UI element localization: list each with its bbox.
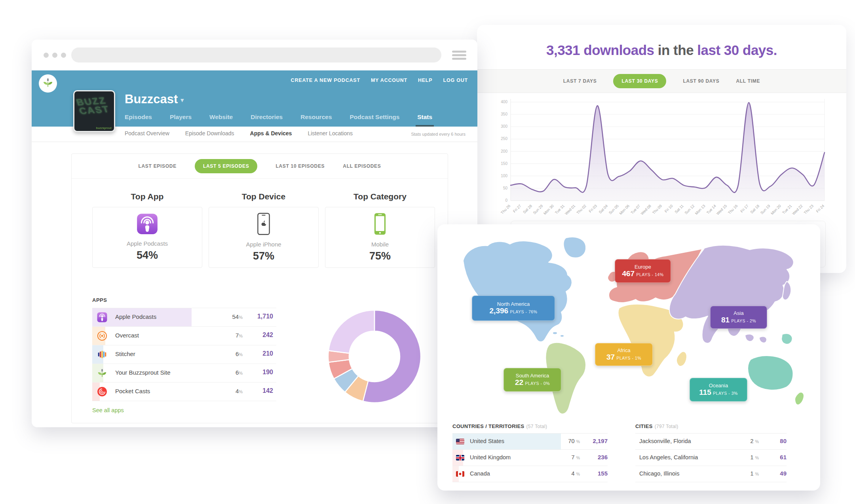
region-badge-europe: Europe467 PLAYS - 14%: [615, 259, 671, 283]
top-stats: Top App Apple Podcasts54%Top Device Appl…: [92, 192, 435, 268]
tab-stats[interactable]: Stats: [417, 114, 432, 127]
geo-row-chicago-illinois: Chicago, Illinois1 %49: [635, 466, 787, 482]
svg-text:Thu 02: Thu 02: [576, 204, 587, 215]
svg-text:Wed 08: Wed 08: [640, 204, 652, 216]
apple-podcasts-icon: [137, 213, 158, 236]
subtab-apps-devices[interactable]: Apps & Devices: [250, 130, 292, 136]
main-tabs: EpisodesPlayersWebsiteDirectoriesResourc…: [125, 114, 432, 127]
iphone-icon: [257, 212, 270, 237]
region-stat: 37 PLAYS - 1%: [606, 353, 641, 362]
tab-resources[interactable]: Resources: [300, 114, 332, 127]
downloads-filter-last-30-days[interactable]: LAST 30 DAYS: [613, 74, 666, 88]
account-nav-my-account[interactable]: MY ACCOUNT: [371, 78, 407, 83]
episode-filter-last-10-episodes[interactable]: LAST 10 EPISODES: [276, 163, 325, 169]
window-dot: [52, 53, 57, 58]
top-stat-card: Apple Podcasts54%: [92, 207, 202, 268]
app-row-pocket-casts: Pocket Casts4%142: [92, 383, 276, 401]
caribbean-islands: [560, 335, 564, 337]
uk-flag-icon: [456, 455, 464, 460]
buzzsprout-logo-icon[interactable]: [39, 74, 57, 93]
svg-text:Tue 14: Tue 14: [706, 204, 717, 215]
tab-website[interactable]: Website: [209, 114, 233, 127]
account-nav: CREATE A NEW PODCASTMY ACCOUNTHELPLOG OU…: [291, 78, 468, 83]
tab-episodes[interactable]: Episodes: [125, 114, 152, 127]
region-name: Europe: [635, 264, 651, 270]
window-dot: [61, 53, 66, 58]
app-percent: 7%: [215, 332, 243, 339]
region-badge-africa: Africa37 PLAYS - 1%: [595, 343, 653, 366]
tab-directories[interactable]: Directories: [251, 114, 283, 127]
tab-podcast-settings[interactable]: Podcast Settings: [350, 114, 400, 127]
downloads-filter-last-7-days[interactable]: LAST 7 DAYS: [563, 78, 597, 84]
svg-text:Wed 15: Wed 15: [715, 204, 728, 216]
region-name: Asia: [733, 310, 743, 316]
svg-text:Tue 31: Tue 31: [554, 204, 565, 215]
island-new-zealand: [795, 392, 804, 405]
account-nav-create-a-new-podcast[interactable]: CREATE A NEW PODCAST: [291, 78, 360, 83]
geo-name: Jacksonville, Florida: [639, 438, 691, 444]
svg-text:Sun 05: Sun 05: [608, 204, 619, 215]
apps-donut-chart: [328, 310, 421, 403]
top-stat-top-category: Top Category Mobile75%: [325, 192, 435, 268]
browser-chrome: [32, 40, 477, 70]
svg-text:Fri 27: Fri 27: [512, 204, 522, 214]
region-badge-asia: Asia81 PLAYS - 2%: [710, 306, 767, 329]
svg-text:Mon 06: Mon 06: [618, 204, 630, 216]
subtab-episode-downloads[interactable]: Episode Downloads: [185, 130, 234, 136]
svg-text:Wed 22: Wed 22: [791, 204, 804, 216]
downloads-title-range: last 30 days.: [697, 42, 777, 58]
url-bar[interactable]: [71, 47, 441, 63]
artwork-text: BUZZCAST: [75, 96, 110, 116]
mobile-icon: [374, 212, 386, 235]
app-percent: 6%: [215, 369, 243, 376]
geo-percent: 1 %: [735, 470, 759, 477]
svg-text:300: 300: [501, 124, 507, 129]
tab-players[interactable]: Players: [170, 114, 192, 127]
top-stat-label: Mobile: [371, 241, 389, 248]
apps-donut-svg: [328, 310, 421, 403]
island-madagascar: [676, 352, 687, 366]
account-nav-help[interactable]: HELP: [418, 78, 433, 83]
desktop: 3,331 downloads in the last 30 days. LAS…: [0, 0, 855, 504]
top-stat-top-app: Top App Apple Podcasts54%: [92, 192, 202, 268]
svg-text:400: 400: [501, 100, 507, 104]
cities-heading: CITIES(797 Total): [635, 423, 787, 429]
region-stat: 22 PLAYS - 0%: [515, 379, 550, 387]
app-name: Pocket Casts: [115, 388, 150, 394]
top-stat-value: 54%: [137, 249, 158, 261]
podcast-artwork: BUZZCAST buzzsprout: [73, 90, 115, 132]
svg-text:Fri 10: Fri 10: [664, 204, 674, 214]
account-nav-log-out[interactable]: LOG OUT: [443, 78, 468, 83]
top-stat-title: Top App: [92, 192, 202, 201]
svg-text:100: 100: [501, 174, 507, 178]
svg-text:350: 350: [501, 112, 507, 116]
window-controls: [44, 53, 66, 58]
region-badge-south-america: South America22 PLAYS - 0%: [504, 368, 561, 392]
region-name: North America: [497, 301, 530, 307]
downloads-filter-last-90-days[interactable]: LAST 90 DAYS: [683, 78, 719, 84]
podcast-header: CREATE A NEW PODCASTMY ACCOUNTHELPLOG OU…: [32, 70, 477, 127]
subtab-podcast-overview[interactable]: Podcast Overview: [125, 130, 169, 136]
podcast-title-dropdown[interactable]: Buzzcast▾: [125, 92, 184, 106]
region-badge-north-america: North America2,396 PLAYS - 76%: [472, 296, 555, 321]
downloads-filter-all-time[interactable]: ALL TIME: [736, 78, 760, 84]
pocket-casts-icon: [97, 387, 107, 398]
svg-text:Sun 19: Sun 19: [760, 204, 771, 215]
subtab-listener-locations[interactable]: Listener Locations: [308, 130, 353, 136]
stats-updated-note: Stats updated every 6 hours: [411, 132, 466, 136]
svg-text:150: 150: [501, 161, 507, 166]
episode-filter-all-episodes[interactable]: ALL EPISODES: [343, 163, 381, 169]
episode-filter-last-episode[interactable]: LAST EPISODE: [138, 163, 176, 169]
apps-devices-card: LAST EPISODELAST 5 EPISODESLAST 10 EPISO…: [71, 153, 448, 423]
geo-row-bar: [452, 434, 561, 449]
us-flag-icon: [456, 439, 464, 444]
countries-total: (57 Total): [526, 424, 547, 429]
see-all-apps-link[interactable]: See all apps: [92, 407, 124, 413]
top-stat-label: Apple iPhone: [246, 241, 281, 248]
mobile-icon: [374, 212, 386, 237]
geo-percent: 7 %: [556, 454, 580, 460]
svg-text:Sat 18: Sat 18: [749, 204, 760, 214]
episode-filter-last-5-episodes[interactable]: LAST 5 EPISODES: [195, 159, 258, 173]
app-name: Overcast: [115, 332, 139, 339]
menu-icon[interactable]: [452, 51, 466, 61]
